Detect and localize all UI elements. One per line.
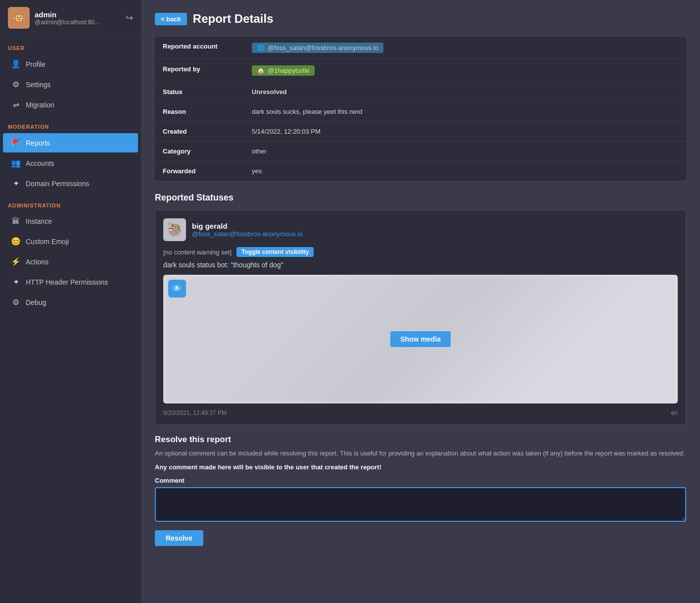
resolve-warning: Any comment made here will be visible to…	[155, 463, 686, 471]
sidebar-item-domain-permissions[interactable]: ✦ Domain Permissions	[3, 174, 138, 193]
back-button[interactable]: < back	[155, 13, 187, 25]
comment-textarea[interactable]	[155, 487, 686, 522]
sidebar-item-custom-emoji[interactable]: 😊 Custom Emoji	[3, 232, 138, 251]
reported-by-value: 🏠 @1happyturtle	[244, 59, 686, 82]
sidebar-item-label: Accounts	[26, 159, 54, 167]
local-account-badge: 🏠 @1happyturtle	[252, 65, 315, 76]
report-row-forwarded: Forwarded yes	[155, 161, 686, 181]
comment-label: Comment	[155, 477, 686, 484]
accounts-icon: 👥	[11, 158, 21, 168]
cw-text: [no content warning set]	[163, 249, 232, 256]
actions-icon: ⚡	[11, 257, 21, 266]
main-content: < back Report Details Reported account 🌐…	[141, 0, 700, 603]
resolve-button[interactable]: Resolve	[155, 530, 203, 546]
resolve-title: Resolve this report	[155, 435, 686, 445]
reported-account-value: 🌐 @foss_satan@fossbros-anonymous.io	[244, 37, 686, 59]
reported-by-label: Reported by	[155, 59, 244, 82]
reported-statuses-title: Reported Statuses	[155, 193, 686, 203]
sidebar: 🐵 admin @admin@localhost:80... ↪ USER 👤 …	[0, 0, 141, 603]
status-timestamp: 9/20/2021, 12:40:37 PM	[163, 409, 227, 416]
home-icon: 🏠	[257, 67, 265, 74]
reports-icon: 🚩	[11, 138, 21, 148]
sidebar-item-http-header[interactable]: ✦ HTTP Header Permissions	[3, 272, 138, 292]
show-media-button[interactable]: Show media	[390, 331, 451, 347]
profile-icon: 👤	[11, 59, 21, 69]
author-handle: @foss_satan@fossbros-anonymous.io	[192, 230, 303, 238]
user-info: admin @admin@localhost:80...	[35, 10, 126, 26]
status-author: 🦥 big gerald @foss_satan@fossbros-anonym…	[163, 218, 678, 241]
moderation-section-label: MODERATION	[0, 115, 141, 133]
administration-section-label: ADMINISTRATION	[0, 194, 141, 211]
user-handle: @admin@localhost:80...	[35, 19, 126, 26]
status-value: Unresolved	[244, 82, 686, 101]
sidebar-item-migration[interactable]: ⇌ Migration	[3, 95, 138, 114]
category-label: Category	[155, 142, 244, 161]
sidebar-item-settings[interactable]: ⚙ Settings	[3, 75, 138, 94]
report-row-created: Created 5/14/2022, 12:20:03 PM	[155, 122, 686, 142]
instance-icon: 🏛	[11, 217, 21, 226]
sidebar-item-reports[interactable]: 🚩 Reports	[3, 133, 138, 152]
author-name: big gerald	[192, 222, 303, 230]
sidebar-item-label: HTTP Header Permissions	[26, 278, 108, 286]
status-footer: 9/20/2021, 12:40:37 PM en	[163, 409, 678, 416]
resolve-description: An optional comment can be included whil…	[155, 449, 686, 458]
http-icon: ✦	[11, 277, 21, 287]
sidebar-item-accounts[interactable]: 👥 Accounts	[3, 153, 138, 173]
created-label: Created	[155, 122, 244, 141]
sidebar-item-label: Reports	[26, 139, 50, 147]
username-label: admin	[35, 10, 126, 19]
resolve-section: Resolve this report An optional comment …	[155, 435, 686, 546]
migration-icon: ⇌	[11, 100, 21, 109]
status-card: 🦥 big gerald @foss_satan@fossbros-anonym…	[155, 210, 686, 425]
avatar: 🐵	[8, 7, 30, 29]
sidebar-item-label: Custom Emoji	[26, 238, 69, 246]
sidebar-item-label: Actions	[26, 258, 48, 266]
forwarded-value: yes	[244, 161, 686, 181]
category-value: other	[244, 142, 686, 161]
sidebar-item-label: Settings	[26, 81, 51, 89]
report-row-by: Reported by 🏠 @1happyturtle	[155, 59, 686, 82]
sidebar-item-label: Profile	[26, 60, 46, 68]
sidebar-item-label: Migration	[26, 101, 54, 109]
author-info: big gerald @foss_satan@fossbros-anonymou…	[192, 222, 303, 238]
account-badge: 🌐 @foss_satan@fossbros-anonymous.io	[252, 43, 383, 53]
debug-icon: ⚙	[11, 298, 21, 307]
logout-icon[interactable]: ↪	[126, 12, 133, 23]
sidebar-item-label: Domain Permissions	[26, 180, 89, 188]
report-row-category: Category other	[155, 142, 686, 161]
emoji-icon: 😊	[11, 237, 21, 246]
status-language: en	[671, 409, 678, 416]
remote-account-icon: 🌐	[257, 44, 265, 51]
domain-icon: ✦	[11, 179, 21, 188]
status-avatar: 🦥	[163, 218, 186, 241]
report-row-account: Reported account 🌐 @foss_satan@fossbros-…	[155, 37, 686, 59]
reason-value: dark souls sucks, please yeet this nerd	[244, 102, 686, 121]
report-row-status: Status Unresolved	[155, 82, 686, 102]
forwarded-label: Forwarded	[155, 161, 244, 181]
sidebar-item-label: Instance	[26, 217, 52, 225]
eye-icon: 👁	[168, 280, 186, 298]
sidebar-item-actions[interactable]: ⚡ Actions	[3, 252, 138, 271]
sidebar-item-label: Debug	[26, 299, 46, 306]
page-header: < back Report Details	[155, 12, 686, 26]
settings-icon: ⚙	[11, 80, 21, 89]
sidebar-header: 🐵 admin @admin@localhost:80... ↪	[0, 0, 141, 36]
report-details-table: Reported account 🌐 @foss_satan@fossbros-…	[155, 37, 686, 181]
reported-account-label: Reported account	[155, 37, 244, 59]
status-content: dark souls status bot: "thoughts of dog"	[163, 261, 678, 269]
report-row-reason: Reason dark souls sucks, please yeet thi…	[155, 102, 686, 122]
page-title: Report Details	[193, 12, 274, 26]
status-label: Status	[155, 82, 244, 101]
created-value: 5/14/2022, 12:20:03 PM	[244, 122, 686, 141]
sidebar-item-debug[interactable]: ⚙ Debug	[3, 293, 138, 312]
cw-row: [no content warning set] Toggle content …	[163, 247, 678, 257]
reason-label: Reason	[155, 102, 244, 121]
sidebar-item-instance[interactable]: 🏛 Instance	[3, 212, 138, 231]
user-section-label: USER	[0, 36, 141, 54]
media-container: 👁 Show media	[163, 275, 678, 403]
toggle-cw-button[interactable]: Toggle content visibility	[236, 247, 314, 257]
sidebar-item-profile[interactable]: 👤 Profile	[3, 54, 138, 74]
